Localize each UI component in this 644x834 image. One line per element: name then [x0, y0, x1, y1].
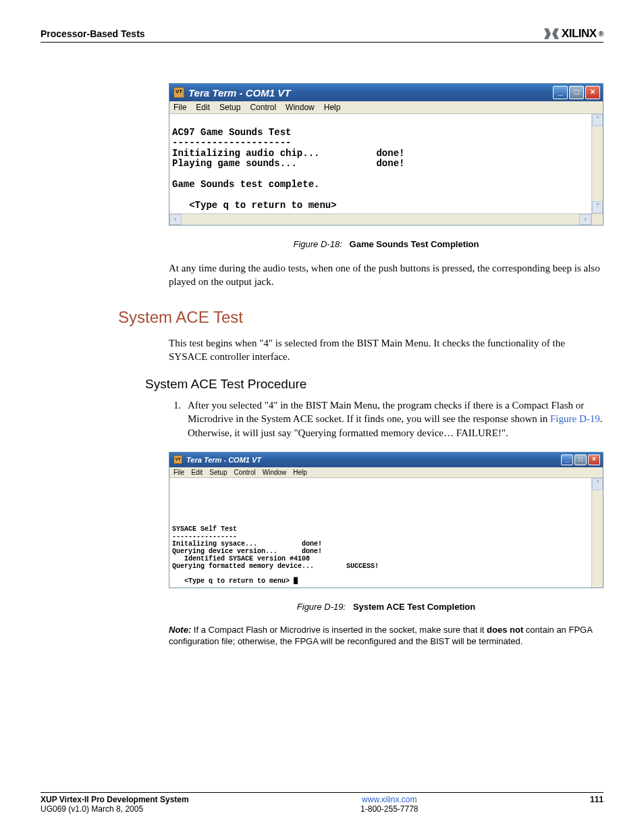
vertical-scrollbar[interactable]: ˄ [591, 478, 603, 588]
paragraph-2: This test begins when "4" is selected fr… [169, 336, 603, 364]
menu-file[interactable]: File [173, 103, 186, 112]
subsection-heading: System ACE Test Procedure [145, 377, 603, 392]
header-section-title: Processor-Based Tests [41, 28, 145, 39]
section-heading: System ACE Test [118, 308, 603, 327]
footer-url-link[interactable]: www.xilinx.com [362, 795, 417, 804]
terminal-output: AC97 Game Sounds Test ------------------… [169, 114, 591, 213]
scroll-right-icon[interactable]: › [579, 214, 591, 225]
terminal-window-1: VT Tera Term - COM1 VT _ □ × File Edit S… [169, 83, 603, 226]
maximize-button[interactable]: □ [574, 454, 587, 465]
terminal-titlebar: VT Tera Term - COM1 VT _ □ × [169, 84, 603, 101]
xilinx-logo-icon [543, 28, 560, 40]
scroll-left-icon[interactable]: ‹ [169, 214, 182, 225]
footer-phone: 1-800-255-7778 [360, 804, 418, 814]
menu-control[interactable]: Control [250, 103, 276, 112]
terminal-menubar: File Edit Setup Control Window Help [169, 101, 603, 114]
scroll-down-icon[interactable]: ˅ [592, 201, 603, 213]
menu-window[interactable]: Window [286, 103, 315, 112]
teraterm-icon: VT [173, 87, 184, 98]
close-button[interactable]: × [588, 454, 600, 465]
minimize-button[interactable]: _ [561, 454, 573, 465]
terminal-menubar: File Edit Setup Control Window Help [169, 467, 603, 478]
footer-doc-title: XUP Virtex-II Pro Development System [41, 795, 189, 804]
figure-prefix: Figure D-18: [294, 239, 342, 249]
close-button[interactable]: × [585, 86, 600, 99]
page-footer: XUP Virtex-II Pro Development System UG0… [41, 792, 603, 814]
paragraph-1: At any time during the audio tests, when… [169, 261, 603, 289]
footer-center: www.xilinx.com 1-800-255-7778 [360, 795, 418, 814]
terminal-titlebar: VT Tera Term - COM1 VT _ □ × [169, 452, 603, 467]
scroll-up-icon[interactable]: ˄ [592, 114, 603, 126]
window-controls: _ □ × [561, 454, 600, 465]
resize-grip-icon[interactable] [591, 214, 603, 225]
figure-caption-2: Figure D-19: System ACE Test Completion [169, 602, 603, 612]
minimize-button[interactable]: _ [553, 86, 568, 99]
logo-registered: ® [599, 30, 603, 38]
menu-edit[interactable]: Edit [196, 103, 210, 112]
terminal-window-2: VT Tera Term - COM1 VT _ □ × File Edit S… [169, 452, 603, 588]
page-header: Processor-Based Tests XILINX® [41, 27, 603, 43]
note-label: Note: [169, 625, 191, 635]
terminal-output: SYSACE Self Test ---------------- Inital… [169, 478, 591, 588]
menu-help[interactable]: Help [293, 469, 307, 476]
page-number: 111 [590, 795, 603, 814]
procedure-step-1: After you selected "4" in the BIST Main … [184, 398, 603, 440]
menu-edit[interactable]: Edit [191, 469, 203, 476]
figure-caption-1: Figure D-18: Game Sounds Test Completion [169, 239, 603, 249]
menu-window[interactable]: Window [263, 469, 287, 476]
menu-control[interactable]: Control [234, 469, 256, 476]
teraterm-icon: VT [173, 455, 182, 464]
xilinx-logo: XILINX® [543, 27, 603, 41]
maximize-button[interactable]: □ [569, 86, 584, 99]
horizontal-scrollbar[interactable]: ‹ › [169, 213, 603, 225]
note-paragraph: Note: If a Compact Flash or Microdrive i… [169, 624, 603, 648]
figure-title: Game Sounds Test Completion [350, 239, 479, 249]
procedure-list: After you selected "4" in the BIST Main … [169, 398, 603, 440]
menu-setup[interactable]: Setup [219, 103, 240, 112]
menu-help[interactable]: Help [324, 103, 341, 112]
figure-title: System ACE Test Completion [353, 602, 475, 612]
menu-file[interactable]: File [173, 469, 184, 476]
footer-left: XUP Virtex-II Pro Development System UG0… [41, 795, 189, 814]
terminal-title-text: Tera Term - COM1 VT [186, 456, 261, 464]
menu-setup[interactable]: Setup [209, 469, 227, 476]
figure-link[interactable]: Figure D-19 [550, 413, 600, 424]
figure-prefix: Figure D-19: [297, 602, 346, 612]
window-controls: _ □ × [553, 86, 600, 99]
footer-doc-version: UG069 (v1.0) March 8, 2005 [41, 804, 189, 814]
vertical-scrollbar[interactable]: ˄ ˅ [591, 114, 603, 213]
terminal-title-text: Tera Term - COM1 VT [188, 87, 290, 99]
scroll-up-icon[interactable]: ˄ [592, 478, 603, 490]
logo-text: XILINX [562, 27, 597, 41]
